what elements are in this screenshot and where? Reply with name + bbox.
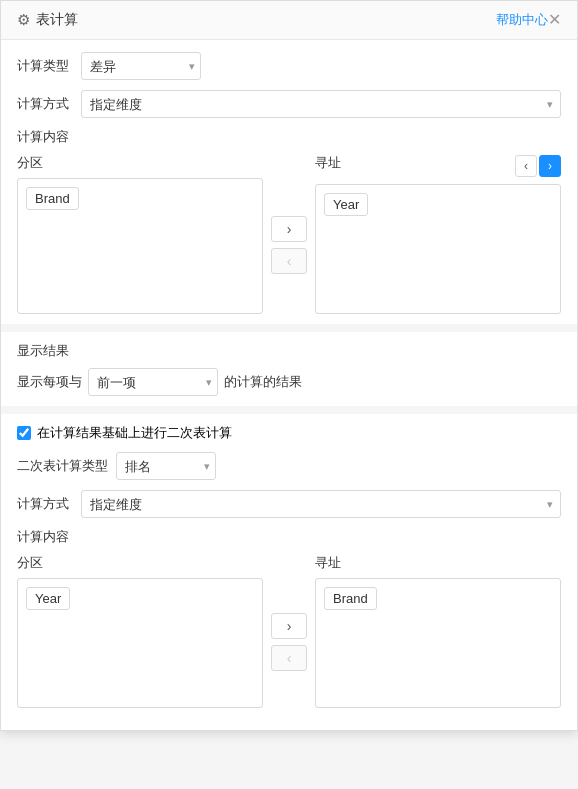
calc-type-row: 计算类型 差异 百分比差异 合计百分比 排名 百分位数 运行总计 移动计算 bbox=[17, 52, 561, 80]
secondary-calc-label: 在计算结果基础上进行二次表计算 bbox=[37, 424, 232, 442]
separator-2 bbox=[1, 406, 577, 414]
secondary-address-col: 寻址 Brand bbox=[315, 554, 561, 708]
secondary-calc-checkbox-row: 在计算结果基础上进行二次表计算 bbox=[17, 424, 561, 442]
secondary-address-tag-brand: Brand bbox=[324, 587, 377, 610]
help-link[interactable]: 帮助中心 bbox=[496, 11, 548, 29]
secondary-partition-tag-year: Year bbox=[26, 587, 70, 610]
calc-method-row: 计算方式 指定维度 表(横穿) 表(向下) 单元格 bbox=[17, 90, 561, 118]
dialog-body: 计算类型 差异 百分比差异 合计百分比 排名 百分位数 运行总计 移动计算 计算… bbox=[1, 40, 577, 730]
display-each-select[interactable]: 前一项 第一项 最后一项 bbox=[88, 368, 218, 396]
partition-box: Brand bbox=[17, 178, 263, 314]
dialog-title: 表计算 bbox=[36, 11, 78, 29]
display-each-select-wrapper: 前一项 第一项 最后一项 bbox=[88, 368, 218, 396]
display-result-section: 显示结果 显示每项与 前一项 第一项 最后一项 的计算的结果 bbox=[17, 342, 561, 396]
secondary-type-select-wrapper: 排名 差异 百分比差异 合计百分比 百分位数 运行总计 移动计算 bbox=[116, 452, 216, 480]
secondary-method-label: 计算方式 bbox=[17, 495, 73, 513]
table-calc-dialog: ⚙ 表计算 帮助中心 ✕ 计算类型 差异 百分比差异 合计百分比 排名 百分位数… bbox=[0, 0, 578, 731]
move-left-button[interactable]: ‹ bbox=[271, 248, 307, 274]
calc-content-title: 计算内容 bbox=[17, 128, 561, 146]
secondary-type-select[interactable]: 排名 差异 百分比差异 合计百分比 百分位数 运行总计 移动计算 bbox=[116, 452, 216, 480]
secondary-move-right-button[interactable]: › bbox=[271, 613, 307, 639]
secondary-method-select[interactable]: 指定维度 表(横穿) 表(向下) 单元格 bbox=[81, 490, 561, 518]
secondary-method-row: 计算方式 指定维度 表(横穿) 表(向下) 单元格 bbox=[17, 490, 561, 518]
secondary-address-label: 寻址 bbox=[315, 554, 561, 572]
address-col: 寻址 ‹ › Year bbox=[315, 154, 561, 314]
secondary-content-title: 计算内容 bbox=[17, 528, 561, 546]
nav-right-button[interactable]: › bbox=[539, 155, 561, 177]
secondary-dimension-section: 分区 Year › ‹ 寻址 Brand bbox=[17, 554, 561, 708]
secondary-partition-col: 分区 Year bbox=[17, 554, 263, 708]
address-header: 寻址 ‹ › bbox=[315, 154, 561, 178]
secondary-move-left-button[interactable]: ‹ bbox=[271, 645, 307, 671]
address-tag-year: Year bbox=[324, 193, 368, 216]
address-box: Year bbox=[315, 184, 561, 314]
gear-icon: ⚙ bbox=[17, 11, 30, 29]
secondary-calc-checkbox[interactable] bbox=[17, 426, 31, 440]
arrow-buttons: › ‹ bbox=[263, 176, 315, 314]
partition-label: 分区 bbox=[17, 154, 263, 172]
address-label: 寻址 bbox=[315, 154, 341, 172]
secondary-partition-box: Year bbox=[17, 578, 263, 708]
dimension-section: 分区 Brand › ‹ 寻址 ‹ › bbox=[17, 154, 561, 314]
move-right-button[interactable]: › bbox=[271, 216, 307, 242]
nav-left-button[interactable]: ‹ bbox=[515, 155, 537, 177]
secondary-method-select-wrapper: 指定维度 表(横穿) 表(向下) 单元格 bbox=[81, 490, 561, 518]
display-each-label: 显示每项与 bbox=[17, 373, 82, 391]
partition-tag-brand: Brand bbox=[26, 187, 79, 210]
secondary-address-box: Brand bbox=[315, 578, 561, 708]
secondary-partition-label: 分区 bbox=[17, 554, 263, 572]
secondary-arrow-buttons: › ‹ bbox=[263, 576, 315, 708]
calc-type-label: 计算类型 bbox=[17, 57, 73, 75]
display-result-title: 显示结果 bbox=[17, 342, 561, 360]
secondary-calc-section: 二次表计算类型 排名 差异 百分比差异 合计百分比 百分位数 运行总计 移动计算… bbox=[17, 452, 561, 708]
calc-method-select-wrapper: 指定维度 表(横穿) 表(向下) 单元格 bbox=[81, 90, 561, 118]
partition-col: 分区 Brand bbox=[17, 154, 263, 314]
calc-method-select[interactable]: 指定维度 表(横穿) 表(向下) 单元格 bbox=[81, 90, 561, 118]
display-row: 显示每项与 前一项 第一项 最后一项 的计算的结果 bbox=[17, 368, 561, 396]
display-suffix: 的计算的结果 bbox=[224, 373, 302, 391]
calc-method-label: 计算方式 bbox=[17, 95, 73, 113]
secondary-type-label: 二次表计算类型 bbox=[17, 457, 108, 475]
calc-type-select[interactable]: 差异 百分比差异 合计百分比 排名 百分位数 运行总计 移动计算 bbox=[81, 52, 201, 80]
calc-type-select-wrapper: 差异 百分比差异 合计百分比 排名 百分位数 运行总计 移动计算 bbox=[81, 52, 201, 80]
separator-1 bbox=[1, 324, 577, 332]
secondary-type-row: 二次表计算类型 排名 差异 百分比差异 合计百分比 百分位数 运行总计 移动计算 bbox=[17, 452, 561, 480]
nav-buttons: ‹ › bbox=[515, 155, 561, 177]
dialog-header: ⚙ 表计算 帮助中心 ✕ bbox=[1, 1, 577, 40]
dialog-header-left: ⚙ 表计算 bbox=[17, 11, 78, 29]
close-icon[interactable]: ✕ bbox=[548, 12, 561, 28]
